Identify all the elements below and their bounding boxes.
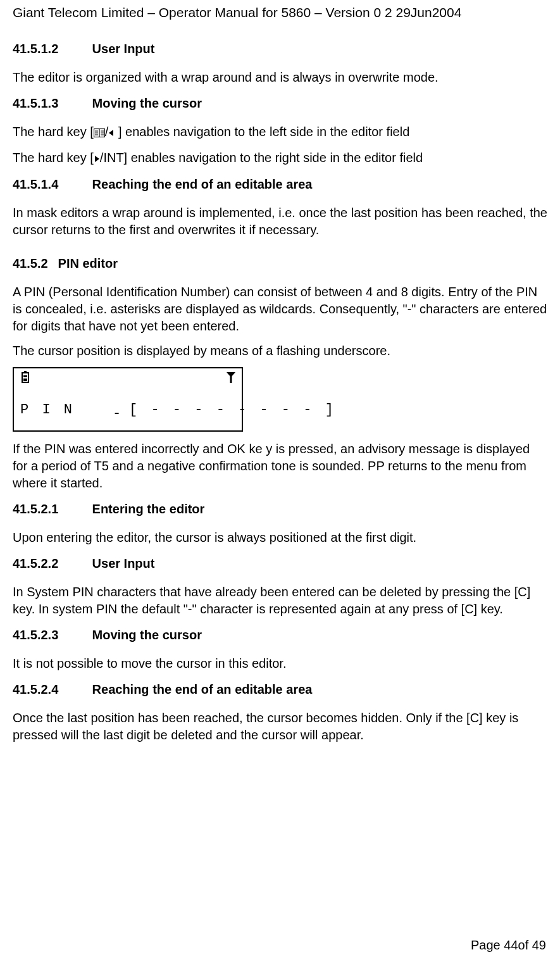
svg-rect-15 bbox=[230, 376, 232, 383]
page-footer: Page 44of 49 bbox=[471, 937, 546, 954]
text-fragment: The hard key [ bbox=[13, 125, 94, 139]
body-text: Once the last position has been reached,… bbox=[13, 710, 547, 744]
document-page: Giant Telecom Limited – Operator Manual … bbox=[0, 0, 560, 964]
section-number: 41.5.2 bbox=[13, 255, 54, 272]
text-fragment: ] enables navigation to the left side in… bbox=[115, 125, 409, 139]
section-number: 41.5.2.4 bbox=[13, 681, 89, 698]
heading-41512: 41.5.1.2 User Input bbox=[13, 41, 547, 58]
svg-rect-12 bbox=[23, 379, 27, 381]
section-number: 41.5.2.2 bbox=[13, 555, 89, 572]
section-title: User Input bbox=[92, 42, 155, 56]
svg-rect-11 bbox=[24, 371, 27, 373]
body-text: The hard key [/ ] enables navigation to … bbox=[13, 123, 547, 142]
section-number: 41.5.2.3 bbox=[13, 627, 89, 644]
text-fragment: /INT] enables navigation to the right si… bbox=[100, 151, 423, 165]
heading-4152: 41.5.2 PIN editor bbox=[13, 255, 547, 272]
section-title: Moving the cursor bbox=[92, 96, 202, 110]
svg-marker-9 bbox=[95, 156, 99, 162]
section-title: PIN editor bbox=[58, 256, 118, 270]
antenna-icon bbox=[225, 371, 237, 384]
heading-41521: 41.5.2.1 Entering the editor bbox=[13, 501, 547, 518]
body-text: If the PIN was entered incorrectly and O… bbox=[13, 441, 547, 492]
section-number: 41.5.2.1 bbox=[13, 501, 89, 518]
pin-field-text: P I N [ - - - - - - - - ] bbox=[20, 401, 235, 420]
body-text: It is not possible to move the cursor in… bbox=[13, 655, 547, 672]
triangle-right-icon bbox=[94, 150, 100, 167]
heading-41522: 41.5.2.2 User Input bbox=[13, 555, 547, 572]
section-title: Moving the cursor bbox=[92, 628, 202, 642]
body-text: Upon entering the editor, the cursor is … bbox=[13, 529, 547, 546]
section-number: 41.5.1.4 bbox=[13, 176, 89, 193]
section-number: 41.5.1.3 bbox=[13, 95, 89, 112]
battery-icon bbox=[19, 371, 32, 384]
heading-41523: 41.5.2.3 Moving the cursor bbox=[13, 627, 547, 644]
body-text: The cursor position is displayed by mean… bbox=[13, 342, 547, 360]
body-text: In mask editors a wrap around is impleme… bbox=[13, 204, 547, 239]
body-text: The hard key [/INT] enables navigation t… bbox=[13, 149, 547, 167]
section-title: Reaching the end of an editable area bbox=[92, 177, 313, 191]
section-title: Reaching the end of an editable area bbox=[92, 682, 313, 696]
body-text: The editor is organized with a wrap arou… bbox=[13, 69, 547, 86]
page-header: Giant Telecom Limited – Operator Manual … bbox=[13, 4, 547, 23]
pin-display-box: P I N [ - - - - - - - - ] - bbox=[13, 367, 243, 432]
body-text: In System PIN characters that have alrea… bbox=[13, 584, 547, 618]
section-number: 41.5.1.2 bbox=[13, 41, 89, 58]
svg-rect-13 bbox=[23, 375, 27, 377]
svg-marker-8 bbox=[109, 130, 113, 136]
heading-41524: 41.5.2.4 Reaching the end of an editable… bbox=[13, 681, 547, 698]
heading-41514: 41.5.1.4 Reaching the end of an editable… bbox=[13, 176, 547, 193]
pin-cursor: - bbox=[113, 404, 121, 423]
book-icon bbox=[94, 125, 105, 142]
body-text: A PIN (Personal Identification Number) c… bbox=[13, 284, 547, 335]
triangle-left-icon bbox=[108, 124, 115, 141]
section-title: User Input bbox=[92, 556, 155, 570]
heading-41513: 41.5.1.3 Moving the cursor bbox=[13, 95, 547, 112]
section-title: Entering the editor bbox=[92, 502, 205, 516]
text-fragment: The hard key [ bbox=[13, 151, 94, 165]
